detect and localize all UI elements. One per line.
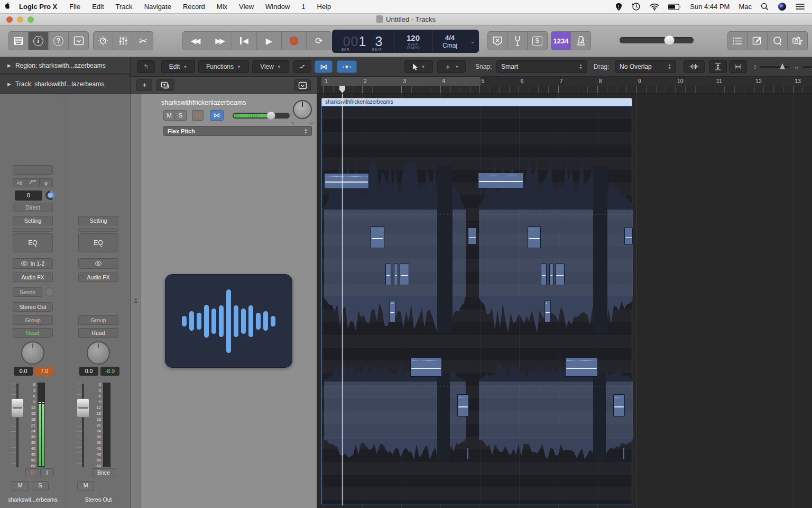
pan-knob[interactable] <box>87 341 110 365</box>
flex-pitch-note[interactable] <box>541 264 547 285</box>
toolbar-toggle-button[interactable] <box>69 31 89 50</box>
solo-button[interactable]: S <box>32 481 49 491</box>
mute-button[interactable]: M <box>12 481 29 491</box>
view-menu-button[interactable]: View▼ <box>252 60 289 73</box>
apple-menu-icon[interactable] <box>0 2 16 12</box>
sends-slot-button[interactable]: Sends <box>13 287 42 297</box>
tuner-button[interactable] <box>508 31 528 50</box>
time-machine-icon[interactable] <box>632 2 641 11</box>
peak-level-value[interactable]: -8.9 <box>100 367 119 376</box>
automation-mode-button[interactable]: Read <box>78 328 118 338</box>
mute-button[interactable]: M <box>77 481 94 491</box>
editors-button[interactable]: ✂ <box>133 31 153 50</box>
vertical-zoom-slider[interactable]: ↕ <box>753 64 789 70</box>
eq-slot-button[interactable]: EQ <box>13 233 53 252</box>
flex-pitch-note[interactable] <box>467 448 469 460</box>
track-mute-button[interactable]: M <box>163 110 175 121</box>
waveform-zoom-button[interactable] <box>684 60 705 73</box>
stop-button[interactable]: ◀ <box>232 31 257 50</box>
track-flex-button[interactable]: ⋈ <box>210 110 224 121</box>
tuning-knob[interactable] <box>45 190 55 200</box>
flex-pitch-note[interactable] <box>389 300 395 322</box>
input-slot-button[interactable] <box>78 258 118 269</box>
master-volume-slider[interactable] <box>620 37 694 43</box>
flex-pitch-note[interactable] <box>410 357 442 377</box>
volume-thumb[interactable] <box>664 35 675 46</box>
clock-status[interactable]: Sun 4:44 PM <box>690 3 730 11</box>
bounce-button[interactable]: Bnce <box>92 468 115 477</box>
flex-pitch-note[interactable] <box>555 264 565 285</box>
volume-slider-thumb[interactable] <box>266 111 275 120</box>
apple-loops-button[interactable] <box>768 31 788 50</box>
back-navigation-button[interactable]: ↰ <box>137 60 155 73</box>
track-solo-button[interactable]: S <box>175 110 187 121</box>
disclosure-triangle-icon[interactable]: ▶ <box>7 81 11 87</box>
flex-pitch-note[interactable] <box>613 394 625 416</box>
list-editors-button[interactable] <box>727 31 748 50</box>
tuning-value[interactable]: 0 <box>15 190 42 201</box>
user-status[interactable]: Mac <box>739 3 752 11</box>
add-track-button[interactable]: ＋ <box>136 79 152 91</box>
bar-ruler[interactable]: 12345678910111213 <box>317 77 812 94</box>
disclosure-triangle-icon[interactable]: ▶ <box>7 63 11 68</box>
flex-pitch-note[interactable] <box>623 448 625 460</box>
channel-setting-button[interactable]: Setting <box>13 216 53 225</box>
track-volume-slider[interactable] <box>233 113 290 119</box>
flex-pitch-note[interactable] <box>371 226 384 248</box>
inspector-button[interactable]: i <box>29 31 49 50</box>
track-name[interactable]: sharkswithfrickenlazerbeams <box>161 99 246 106</box>
output-slot-button[interactable]: Stereo Out <box>13 302 53 312</box>
volume-value[interactable]: 0.0 <box>14 367 33 376</box>
edit-menu-button[interactable]: Edit▼ <box>161 60 195 73</box>
region-name-header[interactable]: sharkswithfrickenlazerbeams <box>321 98 632 106</box>
quick-help-button[interactable]: ? <box>49 31 69 50</box>
media-browser-button[interactable] <box>788 31 808 50</box>
lcd-key-signature[interactable]: 4/4 Cmaj <box>432 30 467 53</box>
volume-fader-handle[interactable] <box>77 398 89 418</box>
forward-button[interactable]: ▶▶ <box>207 31 232 50</box>
security-pick-icon[interactable] <box>615 3 623 11</box>
peak-level-value[interactable]: 7.0 <box>35 367 54 376</box>
lcd-options-chevron[interactable]: ⌄ <box>467 30 478 53</box>
volume-fader-handle[interactable] <box>11 398 24 418</box>
flex-pitch-note[interactable] <box>478 173 524 188</box>
menu-item-file[interactable]: File <box>63 3 86 11</box>
menu-item-1[interactable]: 1 <box>296 3 311 11</box>
record-button[interactable] <box>282 31 307 50</box>
flex-pitch-note[interactable] <box>385 264 391 285</box>
gain-plugin-slot[interactable] <box>13 228 53 232</box>
flex-pitch-note[interactable] <box>565 357 598 377</box>
horizontal-auto-zoom-button[interactable] <box>729 60 747 73</box>
menu-item-navigate[interactable]: Navigate <box>139 3 177 11</box>
gain-plugin-slot[interactable] <box>78 228 118 232</box>
library-button[interactable] <box>8 31 29 50</box>
autopunch-button[interactable] <box>487 31 508 50</box>
phase-invert-button[interactable]: φ <box>40 178 53 187</box>
metronome-button[interactable] <box>571 31 591 50</box>
input-setting-slot[interactable] <box>13 165 53 175</box>
flex-pitch-note[interactable] <box>400 264 409 285</box>
input-slot-button[interactable]: In 1-2 <box>13 258 53 269</box>
ruler-ticks[interactable] <box>317 86 812 94</box>
region-inspector-header[interactable]: ▶ Region: sharkswith...azerbeams <box>0 57 131 74</box>
track-record-button[interactable]: R <box>192 110 204 121</box>
audio-fx-slot-button[interactable]: Audio FX <box>13 273 53 282</box>
count-in-button[interactable]: 1234 <box>551 31 571 50</box>
track-number-strip[interactable]: 1 <box>131 94 141 508</box>
track-inspector-header[interactable]: ▶ Track: sharkswithf...lazerbeams <box>0 75 131 94</box>
battery-icon[interactable] <box>668 4 681 10</box>
catch-playhead-button[interactable]: ›▼‹ <box>337 60 357 73</box>
lcd-tempo[interactable]: 120 KEEP TEMPO <box>394 30 432 53</box>
app-menu-title[interactable]: Logic Pro X <box>16 3 63 11</box>
snap-select[interactable]: Smart▲▼ <box>496 60 587 73</box>
mixer-button[interactable] <box>113 31 133 50</box>
flex-button[interactable]: ⋈ <box>315 60 333 73</box>
input-monitor-button[interactable]: I <box>40 468 54 477</box>
track-pan-knob[interactable] <box>293 100 312 119</box>
cycle-button[interactable]: ⟳ <box>307 31 331 50</box>
pan-knob[interactable] <box>21 341 44 365</box>
menu-item-mix[interactable]: Mix <box>211 3 233 11</box>
flex-pitch-note[interactable] <box>457 394 469 416</box>
group-slot-button[interactable]: Group <box>78 315 118 325</box>
automation-mode-button[interactable]: Read <box>13 328 53 338</box>
